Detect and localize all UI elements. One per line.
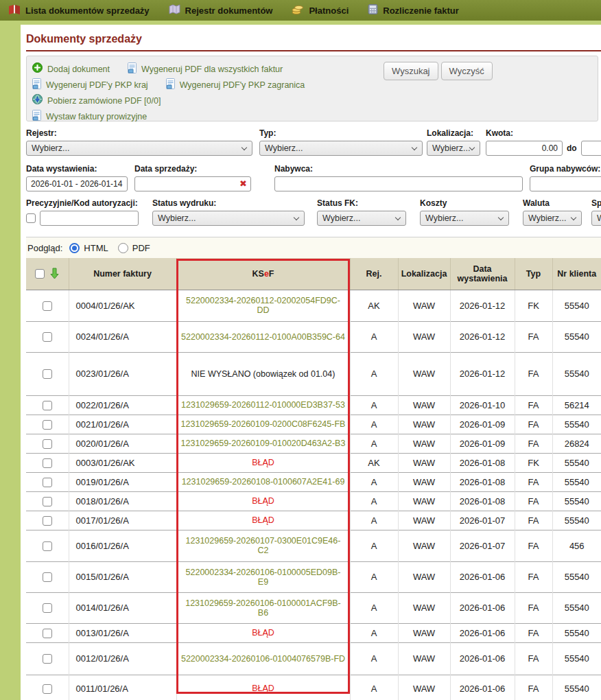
ksef-link[interactable]: 1231029659-20260112-010000ED3B37-53 [176, 395, 350, 415]
rejestr-select-value: Wybierz... [32, 143, 69, 153]
ksef-link[interactable]: 1231029659-20260109-010020D463A2-B3 [176, 434, 350, 453]
header-lokalizacja[interactable]: Lokalizacja [398, 258, 450, 290]
preview-radio-pdf[interactable]: PDF [118, 243, 150, 253]
lokalizacja-value: WAW [398, 472, 450, 491]
nav-item-label: Płatności [309, 5, 349, 16]
rej-value: A [350, 434, 398, 453]
rej-value: A [350, 415, 398, 434]
row-checkbox[interactable] [43, 401, 52, 410]
waluta-select[interactable]: Wybierz... [523, 211, 582, 226]
rejestr-label: Rejestr: [26, 128, 252, 138]
row-checkbox[interactable] [43, 603, 52, 613]
nr-klienta-value: 55540 [552, 321, 601, 352]
toolbar-link-1[interactable]: Dodaj dokument [32, 62, 110, 75]
chevron-down-icon [241, 145, 247, 150]
kwota-to-input[interactable] [581, 141, 601, 156]
header-ksef[interactable]: KSeF [176, 258, 350, 290]
toolbar-link-label: Wygeneruj PDF dla wszystkich faktur [141, 65, 283, 74]
rej-value: A [350, 675, 398, 700]
koszty-label: Koszty [420, 198, 509, 208]
rej-value: A [350, 472, 398, 491]
clear-button[interactable]: Wyczyść [441, 62, 493, 80]
search-button[interactable]: Wyszukaj [384, 62, 438, 80]
toolbar-link-label: Wygeneruj PDF'y PKP zagranica [180, 80, 305, 90]
status-wydruku-select[interactable]: Wybierz... [152, 211, 305, 226]
rej-value: AK [350, 290, 398, 321]
kwota-from-input[interactable] [486, 141, 563, 156]
rej-value: A [350, 623, 398, 642]
nr-klienta-value: 55540 [552, 290, 601, 321]
lokalizacja-value: WAW [398, 395, 450, 415]
precyzyjnie-checkbox[interactable] [26, 213, 36, 223]
ksef-link[interactable]: 1231029659-20260107-0300E01C9E46-C2 [176, 530, 350, 561]
toolbar-link-2[interactable]: Wygeneruj PDF dla wszystkich faktur [128, 62, 283, 76]
row-checkbox[interactable] [43, 332, 52, 342]
data-wystawienia-input[interactable] [26, 176, 128, 191]
preview-radio-html[interactable]: HTML [69, 243, 108, 253]
select-all-checkbox[interactable] [35, 269, 45, 279]
ksef-link[interactable]: 5220002334-20260106-0100005ED09B-E9 [176, 561, 350, 592]
rejestr-select[interactable]: Wybierz... [26, 141, 252, 156]
header-rej[interactable]: Rej. [350, 258, 398, 290]
kod-autoryzacji-input[interactable] [40, 211, 139, 226]
clear-date-icon[interactable]: ✖ [239, 178, 247, 189]
nr-klienta-value: 56214 [552, 395, 601, 415]
nav-item-1[interactable]: Lista dokumentów sprzedaży [8, 4, 150, 17]
typ-value: FA [515, 352, 552, 395]
header-numer-faktury[interactable]: Numer faktury [69, 258, 176, 290]
row-checkbox[interactable] [43, 369, 52, 379]
nav-item-2[interactable]: Rejestr dokumentów [169, 4, 273, 17]
ksef-link[interactable]: 1231029659-20260109-0200C08F6245-FB [176, 415, 350, 434]
typ-select[interactable]: Wybierz... [259, 141, 423, 156]
table-row: 0024/01/26/A5220002334-20260112-0100A00B… [26, 321, 601, 352]
row-checkbox[interactable] [43, 541, 52, 551]
ksef-link[interactable]: 1231029659-20260108-0100607A2E41-69 [176, 472, 350, 491]
nav-item-4[interactable]: Rozliczenie faktur [368, 4, 459, 17]
row-checkbox[interactable] [43, 458, 52, 468]
grupa-nabywcow-input[interactable] [530, 176, 601, 191]
row-checkbox[interactable] [43, 654, 52, 664]
sort-desc-icon[interactable] [50, 268, 59, 279]
toolbar-link-3[interactable]: Wygeneruj PDF'y PKP kraj [32, 78, 148, 92]
invoice-number: 0004/01/26/AK [69, 290, 176, 321]
lokalizacja-select[interactable]: Wybierz... [427, 141, 480, 156]
row-checkbox[interactable] [43, 684, 52, 694]
row-checkbox[interactable] [43, 516, 52, 526]
row-checkbox[interactable] [43, 497, 52, 506]
typ-value: FA [515, 511, 552, 530]
data-wystawienia-value: 2026-01-09 [450, 415, 515, 434]
data-sprzedazy-input[interactable] [134, 176, 251, 191]
radio-label: PDF [132, 243, 150, 253]
nabywca-input[interactable] [274, 176, 523, 191]
ksef-link[interactable]: 5220002334-20260106-01004076579B-FD [176, 642, 350, 675]
chevron-down-icon [571, 215, 576, 220]
ksef-link[interactable]: 5220002334-20260112-0100A00B359C-64 [176, 321, 350, 352]
table-row: 0022/01/26/A1231029659-20260112-010000ED… [26, 395, 601, 415]
lokalizacja-value: WAW [398, 511, 450, 530]
ksef-link[interactable]: 1231029659-20260106-0100001ACF9B-B6 [176, 592, 350, 623]
typ-value: FA [515, 592, 552, 623]
radio-label: HTML [84, 243, 108, 253]
rej-value: AK [350, 453, 398, 472]
header-typ[interactable]: Typ [515, 258, 552, 290]
invoice-number: 0019/01/26/A [69, 472, 176, 491]
table-row: 0017/01/26/ABŁĄDAWAW2026-01-07FA55540 [26, 511, 601, 530]
sprzedawca-select[interactable]: Wy [591, 211, 601, 226]
header-data-wystawienia[interactable]: Data wystawienia [450, 258, 515, 290]
toolbar-link-5[interactable]: Pobierz zamówione PDF [0/0] [32, 94, 161, 107]
status-fk-select[interactable]: Wybierz... [317, 211, 406, 226]
row-checkbox[interactable] [43, 478, 52, 487]
toolbar-link-4[interactable]: Wygeneruj PDF'y PKP zagranica [166, 78, 305, 92]
row-checkbox[interactable] [43, 420, 52, 430]
row-checkbox[interactable] [43, 572, 52, 582]
row-checkbox[interactable] [43, 629, 52, 638]
ksef-link[interactable]: 5220002334-20260112-02002054FD9C-DD [176, 290, 350, 321]
invoice-number: 0003/01/26/AK [69, 453, 176, 472]
ksef-status: BŁĄD [176, 453, 350, 472]
header-nr-klienta[interactable]: Nr klienta [552, 258, 601, 290]
invoice-number: 0016/01/26/A [69, 530, 176, 561]
row-checkbox[interactable] [43, 439, 52, 449]
koszty-select[interactable]: Wybierz... [420, 211, 509, 226]
row-checkbox[interactable] [43, 301, 52, 311]
nav-item-3[interactable]: Płatności [292, 4, 349, 17]
